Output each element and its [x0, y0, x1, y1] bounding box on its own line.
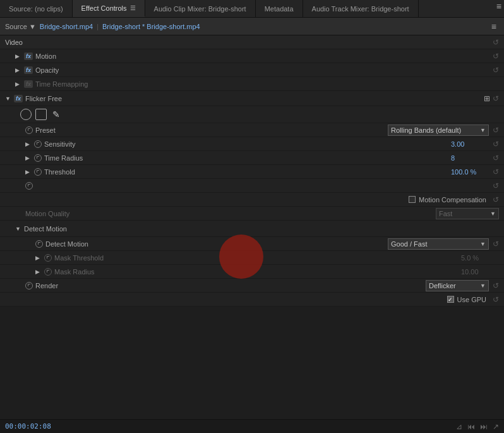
filter-icon[interactable]: ⊿ [456, 422, 462, 431]
time-remapping-expand-arrow[interactable]: ▶ [15, 81, 21, 87]
detect-motion-dropdown[interactable]: Good / Fast ▼ [388, 238, 489, 250]
motion-quality-dropdown[interactable]: Fast ▼ [436, 208, 499, 219]
motion-compensation-label: Motion Compensation [419, 196, 486, 204]
mask-radius-value[interactable]: 10.00 [461, 268, 499, 276]
video-section-header: Video ↺ [0, 35, 504, 49]
sensitivity-label: Sensitivity [44, 140, 448, 148]
sensitivity-reset-icon[interactable]: ↺ [493, 140, 499, 149]
motion-row: ▶ fx Motion ↺ [0, 49, 504, 63]
tab-effect-controls[interactable]: Effect Controls ☰ [73, 0, 145, 17]
preset-label: Preset [35, 126, 385, 134]
ff-square-tool-button[interactable] [35, 109, 47, 120]
render-value: Deflicker [429, 282, 477, 290]
preset-dropdown-arrow: ▼ [480, 127, 486, 133]
mask-threshold-expand-arrow[interactable]: ▶ [35, 255, 42, 261]
video-section-label: Video [5, 39, 23, 46]
video-section-reset-icon[interactable]: ↺ [493, 38, 499, 47]
detect-motion-expand-arrow[interactable]: ▼ [15, 226, 21, 232]
motion-quality-arrow: ▼ [490, 210, 496, 217]
source-bar-menu-button[interactable]: ≡ [489, 20, 499, 33]
flicker-free-reset-icon[interactable]: ↺ [493, 94, 499, 103]
threshold-stopwatch-icon[interactable] [34, 168, 42, 176]
time-radius-value[interactable]: 8 [451, 154, 489, 162]
preset-dropdown[interactable]: Rolling Bands (default) ▼ [388, 125, 489, 136]
time-radius-row: ▶ Time Radius 8 ↺ [0, 151, 504, 165]
export-icon[interactable]: ↗ [493, 422, 499, 431]
render-stopwatch-icon[interactable] [25, 282, 33, 290]
ff-pen-tool-button[interactable]: ✎ [51, 109, 62, 120]
flicker-free-label: Flicker Free [25, 95, 481, 102]
ff-circle-tool-button[interactable] [20, 109, 32, 120]
tab-audio-track-mixer-label: Audio Track Mixer: Bridge-short [312, 5, 409, 13]
sensitivity-expand-arrow[interactable]: ▶ [25, 141, 32, 147]
time-radius-expand-arrow[interactable]: ▶ [25, 155, 32, 161]
opacity-expand-arrow[interactable]: ▶ [15, 67, 21, 73]
detect-motion-stopwatch-icon[interactable] [35, 240, 43, 248]
render-dropdown[interactable]: Deflicker ▼ [426, 280, 489, 291]
mask-threshold-row: ▶ Mask Threshold 5.0 % [0, 251, 504, 265]
use-gpu-checkbox[interactable]: ✓ [447, 296, 454, 303]
motion-compensation-row: Motion Compensation ↺ [0, 193, 504, 207]
preset-stopwatch-icon[interactable] [25, 126, 33, 134]
time-radius-stopwatch-icon[interactable] [34, 154, 42, 162]
render-label: Render [35, 282, 423, 290]
tab-bar: Source: (no clips) Effect Controls ☰ Aud… [0, 0, 504, 18]
sensitivity-value[interactable]: 3.00 [451, 140, 489, 148]
opacity-reset-icon[interactable]: ↺ [493, 66, 499, 75]
tab-audio-track-mixer[interactable]: Audio Track Mixer: Bridge-short [303, 0, 419, 17]
use-gpu-row: ✓ Use GPU ↺ [0, 293, 504, 307]
source-file-name[interactable]: Bridge-short.mp4 [40, 23, 93, 30]
tab-metadata-label: Metadata [265, 5, 294, 13]
time-remapping-row: ▶ fx Time Remapping [0, 77, 504, 91]
time-remapping-fx-badge: fx [24, 80, 33, 88]
tab-source[interactable]: Source: (no clips) [0, 0, 73, 17]
mask-radius-row: ▶ Mask Radius 10.00 [0, 265, 504, 279]
use-gpu-label: Use GPU [457, 296, 486, 303]
motion-expand-arrow[interactable]: ▶ [15, 53, 21, 59]
opacity-row: ▶ fx Opacity ↺ [0, 63, 504, 77]
time-radius-reset-icon[interactable]: ↺ [493, 154, 499, 162]
source-bar: Source ▼ Bridge-short.mp4 | Bridge-short… [0, 18, 504, 35]
motion-compensation-checkbox[interactable] [409, 196, 416, 203]
extra-stopwatch-icon[interactable] [25, 182, 33, 190]
tab-audio-clip-mixer-label: Audio Clip Mixer: Bridge-short [154, 5, 246, 13]
sensitivity-stopwatch-icon[interactable] [34, 140, 42, 148]
mask-threshold-value[interactable]: 5.0 % [461, 254, 499, 262]
step-forward-icon[interactable]: ⏭ [480, 422, 488, 431]
detect-motion-label: Detect Motion [45, 240, 385, 248]
detect-motion-arrow: ▼ [480, 241, 486, 247]
threshold-row: ▶ Threshold 100.0 % ↺ [0, 165, 504, 179]
tab-effect-controls-menu-icon[interactable]: ☰ [130, 4, 136, 11]
source-separator: | [97, 23, 99, 30]
render-reset-icon[interactable]: ↺ [493, 281, 499, 290]
step-back-icon[interactable]: ⏮ [467, 422, 475, 431]
motion-fx-badge: fx [24, 52, 33, 60]
source-label: Source ▼ [5, 23, 36, 30]
mask-radius-stopwatch-icon[interactable] [44, 268, 52, 276]
flicker-free-settings-icon[interactable]: ⊞ [484, 94, 490, 103]
mask-threshold-stopwatch-icon[interactable] [44, 254, 52, 262]
panel-menu-button[interactable]: ≡ [494, 0, 504, 17]
motion-compensation-reset-icon[interactable]: ↺ [493, 195, 499, 204]
use-gpu-reset-icon[interactable]: ↺ [493, 295, 499, 304]
threshold-expand-arrow[interactable]: ▶ [25, 169, 32, 175]
opacity-fx-badge: fx [24, 66, 33, 74]
extra-reset-icon[interactable]: ↺ [493, 181, 499, 190]
mask-radius-label: Mask Radius [54, 268, 459, 276]
tab-audio-clip-mixer[interactable]: Audio Clip Mixer: Bridge-short [145, 0, 256, 17]
detect-motion-reset-icon[interactable]: ↺ [493, 240, 499, 248]
flicker-free-fx-badge: fx [14, 95, 23, 102]
extra-reset-row: ↺ [0, 179, 504, 193]
motion-reset-icon[interactable]: ↺ [493, 52, 499, 61]
main-content: Video ↺ ▶ fx Motion ↺ ▶ fx Opacity ↺ ▶ f… [0, 35, 504, 419]
flicker-free-expand-arrow[interactable]: ▼ [5, 95, 11, 102]
threshold-reset-icon[interactable]: ↺ [493, 168, 499, 176]
time-remapping-label: Time Remapping [35, 80, 499, 88]
preset-reset-icon[interactable]: ↺ [493, 126, 499, 135]
render-row: Render Deflicker ▼ ↺ [0, 279, 504, 293]
threshold-value[interactable]: 100.0 % [451, 168, 489, 176]
clip-name[interactable]: Bridge-short * Bridge-short.mp4 [102, 23, 200, 30]
motion-label: Motion [35, 52, 490, 60]
mask-radius-expand-arrow[interactable]: ▶ [35, 269, 42, 275]
tab-metadata[interactable]: Metadata [256, 0, 303, 17]
